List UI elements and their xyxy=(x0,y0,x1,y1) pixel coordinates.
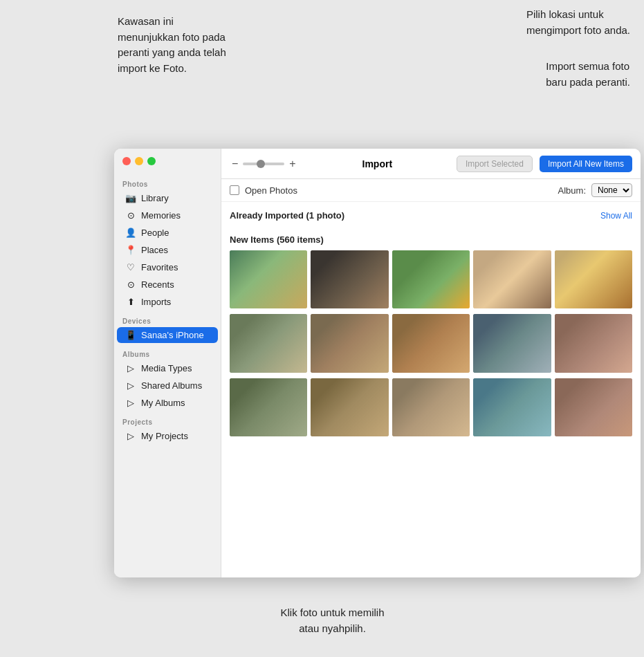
annotation-left: Kawasan ini menunjukkan foto pada perant… xyxy=(118,14,226,76)
imports-icon: ⬆ xyxy=(125,297,136,307)
open-photos-label: Open Photos xyxy=(245,185,297,196)
sidebar-item-label: Library xyxy=(141,193,169,203)
favorites-icon: ♡ xyxy=(125,262,136,272)
sidebar-section-photos: Photos xyxy=(114,174,221,189)
sidebar-item-label: My Projects xyxy=(141,431,188,441)
fullscreen-button[interactable] xyxy=(147,157,156,165)
sidebar-item-label: Places xyxy=(141,245,168,255)
photo-thumb[interactable] xyxy=(555,314,632,372)
sub-toolbar: Open Photos Album: None xyxy=(221,179,641,202)
photo-thumb[interactable] xyxy=(311,250,388,308)
recents-icon: ⊙ xyxy=(125,279,136,290)
sidebar-item-device[interactable]: 📱 Sanaa's iPhone xyxy=(117,327,218,343)
sidebar-item-label: My Albums xyxy=(141,398,185,408)
sidebar-section-albums: Albums xyxy=(114,344,221,360)
zoom-slider[interactable] xyxy=(243,163,284,165)
sidebar-item-shared-albums[interactable]: ▷ Shared Albums xyxy=(117,378,218,394)
photo-thumb[interactable] xyxy=(392,314,470,372)
sidebar-item-places[interactable]: 📍 Places xyxy=(117,242,218,258)
album-label: Album: xyxy=(558,185,586,196)
sidebar-item-my-projects[interactable]: ▷ My Projects xyxy=(117,428,218,444)
content-area: Already Imported (1 photo) Show All New … xyxy=(221,202,641,577)
new-items-header: New Items (560 items) xyxy=(230,234,632,245)
annotation-right-top: Pilih lokasi untuk mengimport foto anda. xyxy=(526,7,630,38)
sidebar-item-memories[interactable]: ⊙ Memories xyxy=(117,207,218,223)
photo-thumb[interactable] xyxy=(555,250,632,308)
sidebar-item-label: Shared Albums xyxy=(141,380,202,391)
sidebar-item-label: Imports xyxy=(141,297,171,307)
photo-thumb[interactable] xyxy=(230,250,307,308)
toolbar: − + Import Import Selected Import All Ne… xyxy=(221,149,641,179)
sidebar-item-label: Memories xyxy=(141,210,181,221)
album-select[interactable]: None xyxy=(591,183,632,197)
photo-thumb[interactable] xyxy=(555,378,632,436)
sidebar: Photos 📷 Library ⊙ Memories 👤 People 📍 P… xyxy=(114,149,221,577)
photo-grid-row2 xyxy=(230,314,632,372)
traffic-lights xyxy=(122,157,156,165)
annotation-bottom: Klik foto untuk memilih atau nyahpilih. xyxy=(280,605,384,636)
sidebar-item-recents[interactable]: ⊙ Recents xyxy=(117,277,218,293)
already-imported-header: Already Imported (1 photo) Show All xyxy=(230,210,632,221)
main-area: − + Import Import Selected Import All Ne… xyxy=(221,149,641,577)
photo-grid-row3 xyxy=(230,378,632,436)
annotation-right-bottom: Import semua foto baru pada peranti. xyxy=(546,59,630,90)
sidebar-item-library[interactable]: 📷 Library xyxy=(117,190,218,206)
import-selected-button[interactable]: Import Selected xyxy=(457,156,533,172)
toolbar-title: Import xyxy=(305,158,450,169)
memories-icon: ⊙ xyxy=(125,210,136,221)
places-icon: 📍 xyxy=(125,245,136,255)
sidebar-item-label: People xyxy=(141,228,169,238)
expand-icon: ▷ xyxy=(125,431,136,441)
sidebar-item-my-albums[interactable]: ▷ My Albums xyxy=(117,395,218,411)
expand-icon: ▷ xyxy=(125,380,136,391)
sidebar-item-imports[interactable]: ⬆ Imports xyxy=(117,294,218,310)
zoom-controls: − + xyxy=(230,158,298,170)
photo-thumb[interactable] xyxy=(473,378,551,436)
sidebar-section-projects: Projects xyxy=(114,411,221,427)
close-button[interactable] xyxy=(122,157,131,165)
photo-thumb[interactable] xyxy=(392,378,470,436)
new-items-title: New Items (560 items) xyxy=(230,234,324,245)
sidebar-item-label: Recents xyxy=(141,279,174,290)
sidebar-item-label: Favorites xyxy=(141,262,178,272)
minimize-button[interactable] xyxy=(135,157,143,165)
new-items-section: New Items (560 items) xyxy=(230,234,632,436)
photo-thumb[interactable] xyxy=(311,314,388,372)
sidebar-item-favorites[interactable]: ♡ Favorites xyxy=(117,259,218,275)
sidebar-item-people[interactable]: 👤 People xyxy=(117,225,218,241)
people-icon: 👤 xyxy=(125,228,136,238)
photo-grid-row1 xyxy=(230,250,632,308)
photo-thumb[interactable] xyxy=(230,378,307,436)
sidebar-section-devices: Devices xyxy=(114,311,221,326)
library-icon: 📷 xyxy=(125,193,136,203)
already-imported-title: Already Imported (1 photo) xyxy=(230,210,344,221)
sidebar-device-label: Sanaa's iPhone xyxy=(141,330,204,340)
mac-window: Photos 📷 Library ⊙ Memories 👤 People 📍 P… xyxy=(114,149,641,577)
show-all-link[interactable]: Show All xyxy=(600,211,632,221)
expand-icon: ▷ xyxy=(125,363,136,373)
photo-thumb[interactable] xyxy=(311,378,388,436)
iphone-icon: 📱 xyxy=(125,330,136,340)
photo-thumb[interactable] xyxy=(392,250,470,308)
zoom-out-button[interactable]: − xyxy=(230,158,240,170)
sidebar-item-label: Media Types xyxy=(141,363,192,373)
photo-thumb[interactable] xyxy=(473,250,551,308)
zoom-in-button[interactable]: + xyxy=(287,158,297,170)
expand-icon: ▷ xyxy=(125,398,136,408)
photo-thumb[interactable] xyxy=(230,314,307,372)
open-photos-checkbox[interactable] xyxy=(230,185,239,195)
sidebar-item-media-types[interactable]: ▷ Media Types xyxy=(117,360,218,376)
import-all-button[interactable]: Import All New Items xyxy=(540,156,632,172)
photo-thumb[interactable] xyxy=(473,314,551,372)
